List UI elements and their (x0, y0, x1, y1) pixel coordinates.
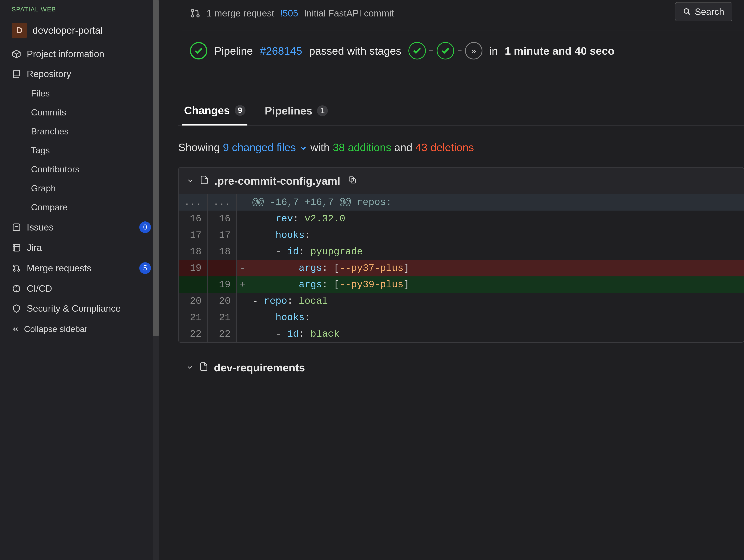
diff-line[interactable]: 2121 hooks: (179, 309, 744, 326)
line-no-old (179, 276, 208, 293)
code-content: - id: black (248, 326, 744, 342)
code-content: hooks: (248, 309, 744, 326)
pipeline-in: in (489, 44, 498, 57)
info-icon (12, 49, 21, 59)
diff-sign (237, 244, 248, 260)
svg-point-3 (13, 269, 15, 271)
project-name: developer-portal (33, 25, 103, 36)
mr-count-text: 1 merge request (207, 8, 274, 18)
diff-line[interactable]: 1616 rev: v2.32.0 (179, 211, 744, 227)
sidebar-subitem-tags[interactable]: Tags (0, 141, 159, 160)
sidebar-item-issues[interactable]: Issues 0 (0, 217, 159, 238)
line-no-new: 19 (208, 276, 237, 293)
diff-file-name: dev-requirements (214, 361, 305, 374)
svg-point-8 (191, 15, 194, 17)
sidebar-item-jira[interactable]: Jira (0, 238, 159, 258)
showing-and: and (394, 141, 412, 153)
tab-pipelines[interactable]: Pipelines 1 (263, 98, 330, 125)
tab-changes[interactable]: Changes 9 (182, 98, 248, 125)
changed-files-link[interactable]: 9 changed files (223, 141, 310, 153)
tabs-row: Changes 9 Pipelines 1 (178, 98, 744, 125)
main-content: Search 1 merge request !505 Initial Fast… (159, 0, 744, 560)
issues-count-badge: 0 (139, 221, 151, 233)
showing-with: with (310, 141, 330, 153)
project-avatar: D (12, 23, 27, 38)
stage-1-pass-icon[interactable] (408, 42, 426, 60)
copy-path-button[interactable] (347, 175, 357, 187)
diff-line[interactable]: 2222 - id: black (179, 326, 744, 342)
line-no-new: 20 (208, 293, 237, 309)
diff-line[interactable]: 19+ args: [--py39-plus] (179, 276, 744, 293)
chevrons-left-icon (12, 325, 20, 333)
repository-icon (12, 69, 21, 79)
line-no-new: ... (208, 194, 237, 211)
file-icon (199, 175, 209, 187)
chevron-down-icon (186, 361, 194, 374)
chevron-down-icon (299, 144, 307, 152)
sidebar-item-project-info[interactable]: Project information (0, 44, 159, 64)
sidebar-subitem-contributors[interactable]: Contributors (0, 160, 159, 179)
sidebar-item-security[interactable]: Security & Compliance (0, 299, 159, 319)
sidebar-label: Security & Compliance (27, 303, 121, 314)
pipeline-duration: 1 minute and 40 seco (505, 44, 615, 57)
line-no-old: 21 (179, 309, 208, 326)
sidebar-subitem-commits[interactable]: Commits (0, 103, 159, 122)
line-no-new: 17 (208, 227, 237, 244)
pipeline-status-row: Pipeline #268145 passed with stages » in… (182, 30, 744, 71)
diff-sign: + (237, 276, 248, 293)
svg-point-7 (191, 9, 194, 12)
pipeline-status-text: passed with stages (309, 44, 401, 57)
svg-point-6 (684, 9, 689, 13)
shield-icon (12, 304, 21, 313)
diff-file-header[interactable]: dev-requirements (178, 354, 744, 381)
diff-line[interactable]: 1818 - id: pyupgrade (179, 244, 744, 260)
diff-summary: Showing 9 changed files with 38 addition… (159, 125, 744, 163)
diff-sign (237, 326, 248, 342)
diff-file-name: .pre-commit-config.yaml (214, 175, 340, 187)
line-no-new: 16 (208, 211, 237, 227)
collapse-label: Collapse sidebar (24, 324, 87, 334)
code-content: args: [--py39-plus] (248, 276, 744, 293)
sidebar-scrollbar[interactable] (153, 0, 159, 560)
brand-label: SPATIAL WEB (0, 0, 159, 17)
diff-line[interactable]: 19- args: [--py37-plus] (179, 260, 744, 276)
sidebar-item-repository[interactable]: Repository (0, 64, 159, 84)
project-header[interactable]: D developer-portal (0, 17, 159, 44)
sidebar-subitem-graph[interactable]: Graph (0, 179, 159, 198)
line-no-new: 21 (208, 309, 237, 326)
showing-prefix: Showing (178, 141, 220, 153)
line-no-old: 19 (179, 260, 208, 276)
sidebar-subitem-branches[interactable]: Branches (0, 122, 159, 141)
collapse-sidebar-button[interactable]: Collapse sidebar (0, 319, 159, 342)
svg-point-4 (18, 269, 20, 271)
line-no-old: ... (179, 194, 208, 211)
diff-sign (237, 227, 248, 244)
sidebar-label: CI/CD (27, 283, 52, 294)
mr-id-link[interactable]: !505 (280, 8, 298, 18)
sidebar-subitem-compare[interactable]: Compare (0, 198, 159, 217)
diff-sign: - (237, 260, 248, 276)
code-content: - repo: local (248, 293, 744, 309)
diff-line[interactable]: 2020- repo: local (179, 293, 744, 309)
stage-more-icon[interactable]: » (465, 42, 482, 60)
stage-2-pass-icon[interactable] (437, 42, 454, 60)
diff-file-header[interactable]: .pre-commit-config.yaml (179, 167, 744, 194)
diff-sign (237, 194, 248, 211)
file-icon (199, 361, 209, 374)
tab-label: Changes (184, 104, 230, 117)
additions-count: 38 additions (333, 141, 391, 153)
sidebar-item-cicd[interactable]: CI/CD (0, 278, 159, 299)
merge-requests-count-badge: 5 (139, 262, 151, 274)
pipeline-id-link[interactable]: #268145 (260, 44, 302, 57)
diff-sign (237, 211, 248, 227)
search-button[interactable]: Search (675, 2, 732, 21)
sidebar-label: Merge requests (27, 263, 91, 273)
hunk-text: @@ -16,7 +16,7 @@ repos: (248, 194, 744, 211)
sidebar-subitem-files[interactable]: Files (0, 84, 159, 103)
svg-point-2 (13, 265, 15, 267)
tab-label: Pipelines (265, 104, 312, 117)
sidebar-item-merge-requests[interactable]: Merge requests 5 (0, 258, 159, 278)
diff-hunk-header[interactable]: ......@@ -16,7 +16,7 @@ repos: (179, 194, 744, 211)
diff-line[interactable]: 1717 hooks: (179, 227, 744, 244)
scrollbar-thumb[interactable] (153, 0, 159, 336)
